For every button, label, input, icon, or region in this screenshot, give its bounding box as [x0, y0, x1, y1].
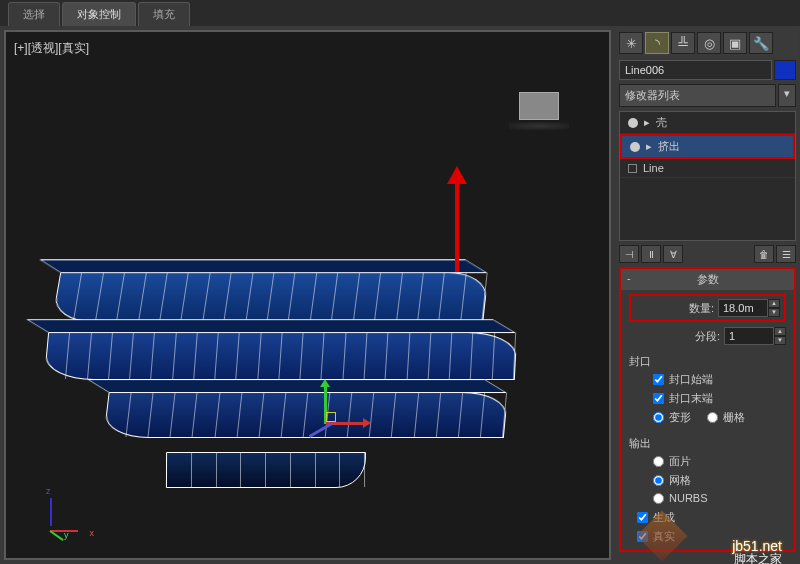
configure-sets-icon[interactable]: ☰ — [776, 245, 796, 263]
segments-spinner-buttons[interactable]: ▲▼ — [774, 327, 786, 345]
modifier-list-dropdown[interactable]: 修改器列表 — [619, 84, 776, 107]
segments-spinner[interactable]: 1 — [724, 327, 774, 345]
viewport-label[interactable]: [+][透视][真实] — [14, 40, 89, 57]
tab-object-control[interactable]: 对象控制 — [62, 2, 136, 26]
output-mesh-radio[interactable]: 网格 — [629, 471, 786, 490]
viewcube[interactable] — [509, 92, 569, 132]
rollout-header[interactable]: -参数 — [621, 269, 794, 290]
create-tab-icon[interactable]: ✳ — [619, 32, 643, 54]
watermark-name: 脚本之家 — [734, 551, 782, 564]
hierarchy-tab-icon[interactable]: ╩ — [671, 32, 695, 54]
amount-spinner-buttons[interactable]: ▲▼ — [768, 299, 780, 317]
model-geometry[interactable] — [46, 212, 526, 512]
modifier-shell[interactable]: ▸壳 — [620, 112, 795, 134]
modify-tab-icon[interactable]: ◝ — [645, 32, 669, 54]
motion-tab-icon[interactable]: ◎ — [697, 32, 721, 54]
output-patch-radio[interactable]: 面片 — [629, 452, 786, 471]
modifier-extrude[interactable]: ▸挤出 — [620, 134, 795, 159]
cap-end-checkbox[interactable]: 封口末端 — [629, 389, 786, 408]
display-tab-icon[interactable]: ▣ — [723, 32, 747, 54]
remove-modifier-icon[interactable]: 🗑 — [754, 245, 774, 263]
pin-stack-icon[interactable]: ⊣ — [619, 245, 639, 263]
tab-select[interactable]: 选择 — [8, 2, 60, 26]
main-area: [+][透视][真实] z x y ✳ ◝ ╩ ◎ ▣ 🔧 — [0, 26, 800, 564]
base-object-line[interactable]: Line — [620, 159, 795, 178]
stack-toolbar: ⊣ Ⅱ ∀ 🗑 ☰ — [617, 243, 798, 265]
object-name-field[interactable]: Line006 — [619, 60, 772, 80]
amount-spinner[interactable]: 18.0m — [718, 299, 768, 317]
command-panel: ✳ ◝ ╩ ◎ ▣ 🔧 Line006 修改器列表 ▾ ▸壳 ▸挤出 Line … — [615, 26, 800, 564]
object-color-swatch[interactable] — [774, 60, 796, 80]
command-panel-tabs: ✳ ◝ ╩ ◎ ▣ 🔧 — [617, 28, 798, 58]
axis-tripod: z x y — [46, 498, 86, 538]
amount-parameter: 数量: 18.0m▲▼ — [629, 294, 786, 322]
show-end-result-icon[interactable]: Ⅱ — [641, 245, 661, 263]
output-group: 输出 面片 网格 NURBS — [629, 433, 786, 508]
annotation-arrow — [455, 172, 459, 272]
cap-grid-radio[interactable]: 栅格 — [707, 410, 745, 425]
tab-fill[interactable]: 填充 — [138, 2, 190, 26]
cap-morph-radio[interactable]: 变形 — [653, 410, 691, 425]
top-tabs: 选择 对象控制 填充 — [0, 0, 800, 26]
segments-label: 分段: — [695, 329, 720, 344]
parameters-rollout: -参数 数量: 18.0m▲▼ 分段: 1▲▼ 封口 封口始端 封口末端 变形 … — [619, 267, 796, 552]
utilities-tab-icon[interactable]: 🔧 — [749, 32, 773, 54]
make-unique-icon[interactable]: ∀ — [663, 245, 683, 263]
viewport-perspective[interactable]: [+][透视][真实] z x y — [4, 30, 611, 560]
modifier-stack[interactable]: ▸壳 ▸挤出 Line — [619, 111, 796, 241]
amount-label: 数量: — [689, 301, 714, 316]
dropdown-arrow-icon[interactable]: ▾ — [778, 84, 796, 107]
cap-group: 封口 封口始端 封口末端 变形 栅格 — [629, 351, 786, 429]
transform-gizmo[interactable] — [286, 382, 366, 462]
cap-start-checkbox[interactable]: 封口始端 — [629, 370, 786, 389]
output-nurbs-radio[interactable]: NURBS — [629, 490, 786, 506]
